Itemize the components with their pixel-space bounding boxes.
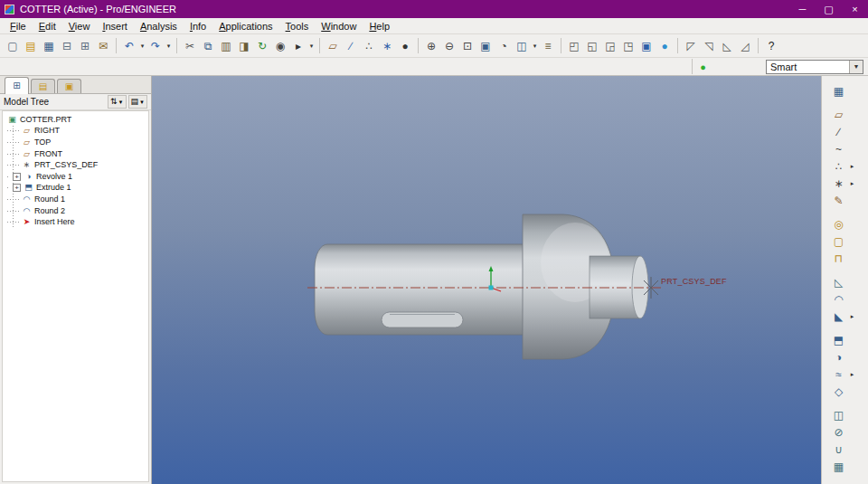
- csys-tool-button[interactable]: ∗: [829, 176, 848, 192]
- tree-item-round-2[interactable]: ◠Round 2: [3, 205, 148, 217]
- maximize-button[interactable]: ▢: [816, 0, 842, 18]
- tree-item-cotter-prt[interactable]: ▣COTTER.PRT: [3, 114, 148, 126]
- extrude-tool-button[interactable]: ⬒: [829, 332, 848, 348]
- datum-plane-tool-button[interactable]: ▱: [829, 107, 848, 123]
- csys-tool-flyout[interactable]: ▸: [848, 180, 856, 187]
- saved-views-button[interactable]: ◫: [513, 36, 531, 55]
- datum-point-tool-button[interactable]: ∴: [829, 158, 848, 175]
- menu-info[interactable]: Info: [184, 20, 212, 33]
- reorient-button[interactable]: ◔: [495, 36, 513, 55]
- show-menu-button[interactable]: ⇅▼: [108, 95, 127, 109]
- print-button[interactable]: ⊟: [58, 36, 76, 55]
- new-file-button[interactable]: ▢: [4, 36, 22, 55]
- menu-applications[interactable]: Applications: [212, 20, 278, 33]
- save-file-button[interactable]: ▦: [40, 36, 58, 55]
- redo-flyout[interactable]: ▾: [165, 43, 173, 50]
- point-display-button[interactable]: ∴: [360, 36, 378, 55]
- pattern-tool-button[interactable]: ▦: [829, 459, 848, 475]
- redo-button[interactable]: ↷: [146, 36, 165, 55]
- tree-item-round-1[interactable]: ◠Round 1: [3, 194, 148, 205]
- tree-item-revolve-1[interactable]: +◑Revolve 1: [3, 171, 148, 183]
- hole-tool-button[interactable]: ◎: [829, 216, 848, 233]
- paste-button[interactable]: ▥: [217, 36, 235, 55]
- expander-icon[interactable]: +: [13, 173, 21, 181]
- settings-menu-button[interactable]: ▤▼: [128, 95, 147, 109]
- sweep-tool-flyout[interactable]: ▸: [848, 371, 856, 378]
- blend-tool-button[interactable]: ◇: [829, 384, 848, 400]
- csys-label[interactable]: PRT_CSYS_DEF: [661, 277, 727, 286]
- minimize-button[interactable]: ─: [789, 0, 816, 18]
- chevron-down-icon[interactable]: ▼: [849, 61, 863, 73]
- repaint-button[interactable]: ▣: [476, 36, 495, 55]
- datum-curve-tool-button[interactable]: ~: [829, 141, 848, 157]
- shell-tool-button[interactable]: ▢: [829, 233, 848, 250]
- zoom-in-button[interactable]: ⊕: [422, 36, 440, 55]
- menu-analysis[interactable]: Analysis: [134, 20, 184, 33]
- find-button[interactable]: ◉: [271, 36, 289, 55]
- selection-filter-combo[interactable]: Smart ▼: [766, 60, 863, 74]
- copy-button[interactable]: ⧉: [199, 36, 217, 55]
- annotation-display-button[interactable]: ◸: [682, 36, 700, 55]
- send-mail-button[interactable]: ✉: [94, 36, 112, 55]
- model-info-button[interactable]: ●: [656, 36, 674, 55]
- graphics-area[interactable]: PRT_CSYS_DEF: [152, 76, 821, 484]
- tree-item-top[interactable]: ▱TOP: [3, 137, 148, 148]
- sweep-tool-button[interactable]: ≈: [829, 366, 848, 383]
- tree-item-prt-csys-def[interactable]: ∗PRT_CSYS_DEF: [3, 159, 148, 171]
- perspective-view-button[interactable]: ◺: [718, 36, 736, 55]
- select-button[interactable]: ▸: [289, 36, 307, 55]
- undo-button[interactable]: ↶: [120, 36, 138, 55]
- cut-button[interactable]: ✂: [181, 36, 199, 55]
- hidden-line-display-button[interactable]: ◱: [583, 36, 601, 55]
- paste-special-button[interactable]: ◨: [235, 36, 253, 55]
- menu-help[interactable]: Help: [363, 20, 396, 33]
- revolve-tool-button[interactable]: ◑: [829, 349, 848, 365]
- menu-tools[interactable]: Tools: [279, 20, 316, 33]
- menu-edit[interactable]: Edit: [33, 20, 62, 33]
- context-help-button[interactable]: ?: [762, 36, 780, 55]
- mirror-tool-button[interactable]: ◫: [829, 407, 848, 423]
- refit-button[interactable]: ⊡: [458, 36, 476, 55]
- menu-insert[interactable]: Insert: [96, 20, 134, 33]
- expander-icon[interactable]: +: [13, 184, 21, 192]
- chamfer-tool-button[interactable]: ◣: [829, 308, 848, 325]
- favorites-tab[interactable]: ▣: [57, 79, 81, 93]
- regenerate-button[interactable]: ↻: [253, 36, 271, 55]
- print-preview-button[interactable]: ⊞: [76, 36, 94, 55]
- undo-flyout[interactable]: ▾: [138, 43, 146, 50]
- layers-button[interactable]: ≡: [539, 36, 557, 55]
- enhanced-realism-button[interactable]: ◹: [700, 36, 718, 55]
- view-manager-button[interactable]: ▦: [829, 83, 848, 100]
- merge-tool-button[interactable]: ∪: [829, 441, 848, 458]
- csys-display-button[interactable]: ∗: [378, 36, 396, 55]
- trim-tool-button[interactable]: ⊘: [829, 424, 848, 441]
- zoom-out-button[interactable]: ⊖: [440, 36, 458, 55]
- round-tool-button[interactable]: ◠: [829, 291, 848, 308]
- close-button[interactable]: ×: [842, 0, 868, 18]
- rib-tool-button[interactable]: ⊓: [829, 251, 848, 267]
- title-bar[interactable]: COTTER (Active) - Pro/ENGINEER ─▢×: [0, 0, 868, 18]
- draft-tool-button[interactable]: ◺: [829, 274, 848, 290]
- spin-center-display-button[interactable]: ●: [396, 36, 414, 55]
- sketch-tool-button[interactable]: ✎: [829, 193, 848, 209]
- menu-view[interactable]: View: [62, 20, 97, 33]
- tree-item-front[interactable]: ▱FRONT: [3, 148, 148, 160]
- saved-views-flyout[interactable]: ▾: [531, 43, 539, 50]
- datum-point-tool-flyout[interactable]: ▸: [848, 163, 856, 170]
- view-normal-button[interactable]: ◿: [736, 36, 754, 55]
- select-flyout[interactable]: ▾: [307, 43, 316, 50]
- chamfer-tool-flyout[interactable]: ▸: [848, 313, 856, 320]
- datum-axis-tool-button[interactable]: ∕: [829, 124, 848, 140]
- datum-plane-display-button[interactable]: ▱: [324, 36, 342, 55]
- shaded-display-button[interactable]: ◳: [619, 36, 637, 55]
- activate-window-button[interactable]: ▣: [637, 36, 656, 55]
- open-file-button[interactable]: ▤: [22, 36, 40, 55]
- tree-item-insert-here[interactable]: ➤Insert Here: [3, 216, 148, 228]
- wireframe-display-button[interactable]: ◰: [565, 36, 583, 55]
- menu-file[interactable]: File: [4, 20, 33, 33]
- datum-axis-display-button[interactable]: ∕: [342, 36, 360, 55]
- model-status-icon[interactable]: ●: [700, 62, 706, 72]
- menu-window[interactable]: Window: [315, 20, 363, 33]
- folder-browser-tab[interactable]: ▤: [31, 79, 55, 93]
- tree-item-right[interactable]: ▱RIGHT: [3, 126, 148, 138]
